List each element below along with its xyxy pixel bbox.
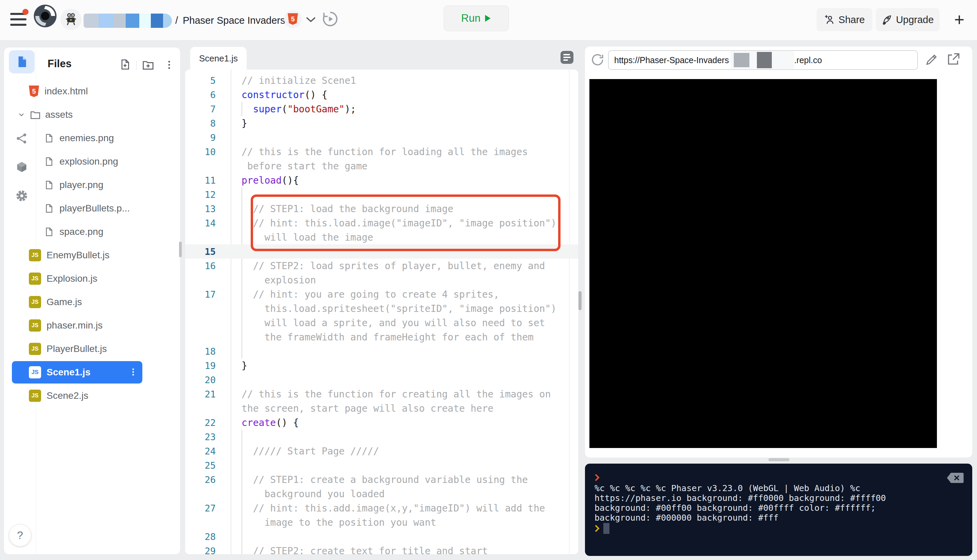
format-code-icon[interactable] xyxy=(560,51,574,64)
console-log-line: background: #000000 background: #fff xyxy=(594,513,955,523)
sidebar-item-files[interactable] xyxy=(9,50,35,73)
file-row-index-html[interactable]: 5index.html xyxy=(12,80,142,102)
code-line[interactable]: 20 xyxy=(185,373,578,387)
replit-logo[interactable] xyxy=(33,4,57,28)
code-line[interactable]: 24 ///// Start Page ///// xyxy=(185,444,578,458)
file-label: Scene2.js xyxy=(47,390,88,401)
redacted-username xyxy=(84,13,172,28)
code-line[interactable]: background you loaded xyxy=(185,487,578,501)
refresh-icon[interactable] xyxy=(591,53,605,67)
line-number: 28 xyxy=(185,532,216,542)
code-text: the screen, start page will also create … xyxy=(216,403,494,414)
code-text: // STEP2: load sprites of player, bullet… xyxy=(216,260,545,272)
console-input-line[interactable] xyxy=(594,523,955,534)
url-input[interactable]: https://Phaser-Space-Invaders.repl.co xyxy=(608,50,918,70)
help-button[interactable]: ? xyxy=(9,524,31,547)
code-line[interactable]: 21// this is the function for creating a… xyxy=(185,387,578,401)
file-row-phaser-min-js[interactable]: JSphaser.min.js xyxy=(12,314,142,337)
breadcrumb-separator: / xyxy=(175,15,178,26)
code-line[interactable]: 9 xyxy=(185,130,578,145)
file-row-scene1-js[interactable]: JSScene1.js xyxy=(12,361,142,383)
share-button[interactable]: Share xyxy=(816,8,872,31)
code-line[interactable]: before start the game xyxy=(185,159,578,173)
add-folder-icon[interactable] xyxy=(142,58,155,71)
edit-url-pencil-icon[interactable] xyxy=(925,53,938,67)
file-label: explosion.png xyxy=(59,156,118,167)
person-add-icon xyxy=(824,14,835,25)
file-row-enemybullet-js[interactable]: JSEnemyBullet.js xyxy=(12,244,142,267)
code-editor[interactable]: 5// initialize Scene16constructor() {7 s… xyxy=(185,70,578,554)
file-label: PlayerBullet.js xyxy=(47,343,107,354)
file-row-player-png[interactable]: player.png xyxy=(12,174,142,196)
code-text: constructor() { xyxy=(216,89,328,100)
run-button[interactable]: Run xyxy=(444,5,509,31)
line-number: 6 xyxy=(185,90,216,100)
history-icon[interactable] xyxy=(321,10,339,28)
code-line[interactable]: the frameWidth and frameHeight for each … xyxy=(185,330,578,344)
editor-scrollbar[interactable] xyxy=(579,291,582,310)
file-row-explosion-js[interactable]: JSExplosion.js xyxy=(12,267,142,290)
files-scrollbar[interactable] xyxy=(179,242,182,257)
line-number: 8 xyxy=(185,118,216,128)
code-line[interactable]: 27 // hint: this.add.image(x,y,"imageID"… xyxy=(185,501,578,515)
code-line[interactable]: the screen, start page will also create … xyxy=(185,401,578,415)
line-number: 13 xyxy=(185,203,216,214)
user-avatar[interactable] xyxy=(60,9,82,30)
clear-console-icon[interactable] xyxy=(947,472,964,483)
file-row-playerbullets-p-[interactable]: playerBullets.p... xyxy=(12,197,142,220)
code-text: ///// Start Page ///// xyxy=(216,446,379,457)
file-row-enemies-png[interactable]: enemies.png xyxy=(12,127,142,149)
hamburger-menu-icon[interactable] xyxy=(10,13,27,27)
code-line[interactable]: will load a sprite, and you will also ne… xyxy=(185,316,578,330)
code-line[interactable]: 7 super("bootGame"); xyxy=(185,102,578,116)
code-line[interactable]: 25 xyxy=(185,458,578,472)
file-row-assets[interactable]: assets xyxy=(12,103,142,126)
game-canvas[interactable] xyxy=(589,79,937,448)
new-tab-button[interactable]: + xyxy=(951,10,967,29)
code-line[interactable]: explosion xyxy=(185,273,578,287)
code-line[interactable]: 6constructor() { xyxy=(185,88,578,102)
file-row-space-png[interactable]: space.png xyxy=(12,221,142,243)
file-icon xyxy=(15,55,28,68)
file-list: 5index.htmlassetsenemies.pngexplosion.pn… xyxy=(4,80,180,408)
code-line[interactable]: image to the position you want xyxy=(185,515,578,530)
project-title[interactable]: Phaser Space Invaders xyxy=(183,15,285,26)
code-line[interactable]: 19} xyxy=(185,358,578,373)
code-text: } xyxy=(216,360,247,371)
notification-dot xyxy=(22,9,28,15)
code-line[interactable]: 29 // STEP2: create text for title and s… xyxy=(185,544,578,554)
line-number: 24 xyxy=(185,446,216,457)
file-label: Explosion.js xyxy=(47,273,97,284)
tab-scene1[interactable]: Scene1.js xyxy=(190,47,247,70)
file-row-scene2-js[interactable]: JSScene2.js xyxy=(12,385,142,407)
file-row-explosion-png[interactable]: explosion.png xyxy=(12,150,142,173)
code-text: create() { xyxy=(216,417,299,428)
file-kebab-icon[interactable] xyxy=(129,366,137,378)
open-in-new-tab-icon[interactable] xyxy=(946,52,961,67)
files-menu-kebab-icon[interactable] xyxy=(164,60,174,70)
file-row-game-js[interactable]: JSGame.js xyxy=(12,291,142,313)
code-line[interactable]: 10// this is the function for loading al… xyxy=(185,145,578,159)
code-line[interactable]: 22create() { xyxy=(185,415,578,430)
code-line[interactable]: 18 xyxy=(185,344,578,358)
code-line[interactable]: 16 // STEP2: load sprites of player, bul… xyxy=(185,258,578,273)
code-line[interactable]: 5// initialize Scene1 xyxy=(185,73,578,88)
chevron-down-icon[interactable] xyxy=(306,16,316,23)
code-line[interactable]: 8} xyxy=(185,116,578,130)
code-line[interactable]: 11preload(){ xyxy=(185,173,578,187)
code-line[interactable]: 26 // STEP1: create a background variabl… xyxy=(185,472,578,487)
file-label: player.png xyxy=(59,180,103,190)
console-log-line: https://phaser.io background: #ff0000 ba… xyxy=(594,493,955,503)
line-number: 23 xyxy=(185,432,216,442)
code-line[interactable]: this.load.spritesheet("spriteID", "image… xyxy=(185,302,578,316)
line-number: 21 xyxy=(185,389,216,400)
code-line[interactable]: 28 xyxy=(185,530,578,544)
js-file-icon: JS xyxy=(29,249,41,261)
file-row-playerbullet-js[interactable]: JSPlayerBullet.js xyxy=(12,338,142,360)
console-drag-handle[interactable] xyxy=(768,458,790,461)
upgrade-button[interactable]: Upgrade xyxy=(876,8,940,31)
code-line[interactable]: 17 // hint: you are going to create 4 sp… xyxy=(185,287,578,302)
add-file-icon[interactable] xyxy=(119,58,131,71)
code-line[interactable]: 23 xyxy=(185,430,578,444)
console-panel[interactable]: %c %c %c %c %c Phaser v3.23.0 (WebGL | W… xyxy=(585,463,972,556)
